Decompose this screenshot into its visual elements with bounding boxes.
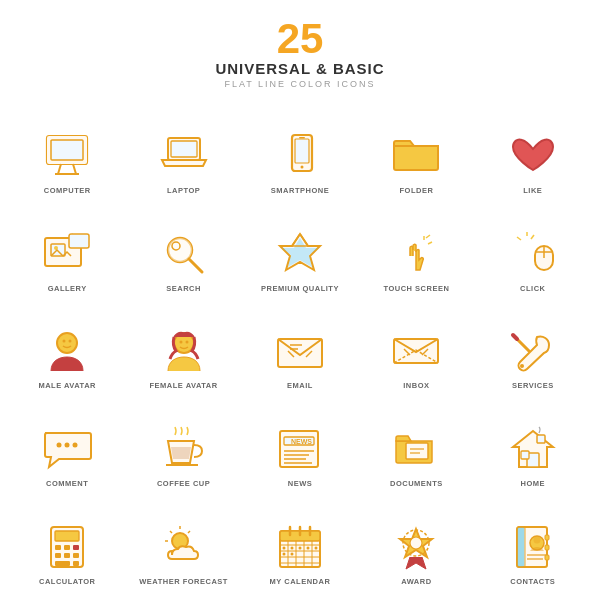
weather-icon bbox=[155, 521, 213, 573]
icon-touchscreen: TOUCH SCREEN bbox=[359, 201, 473, 297]
svg-line-82 bbox=[188, 531, 190, 533]
svg-rect-71 bbox=[55, 531, 79, 541]
svg-rect-63 bbox=[406, 443, 428, 459]
svg-point-103 bbox=[282, 553, 285, 556]
comment-icon bbox=[38, 423, 96, 475]
search-label: SEARCH bbox=[166, 284, 201, 293]
svg-rect-79 bbox=[73, 561, 79, 566]
icon-contacts: CONTACTS bbox=[476, 494, 590, 590]
svg-rect-68 bbox=[537, 435, 545, 443]
gallery-label: GALLERY bbox=[48, 284, 87, 293]
svg-rect-69 bbox=[521, 451, 529, 459]
svg-point-104 bbox=[290, 553, 293, 556]
svg-point-111 bbox=[533, 537, 540, 544]
svg-point-36 bbox=[63, 340, 66, 343]
calculator-label: CALCULATOR bbox=[39, 577, 95, 586]
laptop-icon bbox=[155, 130, 213, 182]
svg-line-3 bbox=[73, 164, 76, 174]
svg-rect-16 bbox=[69, 234, 89, 248]
svg-point-101 bbox=[306, 547, 309, 550]
svg-rect-74 bbox=[73, 545, 79, 550]
award-label: AWARD bbox=[401, 577, 431, 586]
icon-smartphone: SMARTPHONE bbox=[243, 103, 357, 199]
calendar-label: MY CALENDAR bbox=[270, 577, 331, 586]
svg-rect-115 bbox=[545, 545, 549, 550]
female-avatar-icon bbox=[155, 325, 213, 377]
svg-point-39 bbox=[179, 341, 182, 344]
icons-grid: COMPUTER LAPTOP bbox=[10, 103, 590, 590]
header-number: 25 bbox=[215, 18, 384, 60]
svg-rect-78 bbox=[55, 561, 70, 566]
female-avatar-label: FEMALE AVATAR bbox=[150, 381, 218, 390]
news-icon: NEWS bbox=[271, 423, 329, 475]
svg-rect-9 bbox=[295, 139, 309, 163]
svg-point-52 bbox=[57, 443, 62, 448]
svg-rect-72 bbox=[55, 545, 61, 550]
male-avatar-icon bbox=[38, 325, 96, 377]
inbox-icon bbox=[387, 325, 445, 377]
icon-calculator: CALCULATOR bbox=[10, 494, 124, 590]
svg-rect-114 bbox=[545, 535, 549, 540]
header: 25 UNIVERSAL & BASIC FLAT LINE COLOR ICO… bbox=[215, 18, 384, 89]
svg-point-107 bbox=[410, 537, 422, 549]
svg-point-98 bbox=[282, 547, 285, 550]
icon-calendar: MY CALENDAR bbox=[243, 494, 357, 590]
svg-point-99 bbox=[290, 547, 293, 550]
svg-line-33 bbox=[517, 237, 521, 240]
icon-search: SEARCH bbox=[126, 201, 240, 297]
svg-line-28 bbox=[426, 235, 430, 238]
folder-icon bbox=[387, 130, 445, 182]
comment-label: COMMENT bbox=[46, 479, 88, 488]
svg-rect-7 bbox=[171, 141, 197, 157]
laptop-label: LAPTOP bbox=[167, 186, 200, 195]
computer-icon bbox=[38, 130, 96, 182]
calendar-icon bbox=[271, 521, 329, 573]
header-title: UNIVERSAL & BASIC bbox=[215, 60, 384, 77]
home-label: HOME bbox=[521, 479, 546, 488]
folder-label: FOLDER bbox=[399, 186, 433, 195]
icon-services: SERVICES bbox=[476, 299, 590, 395]
award-icon bbox=[387, 521, 445, 573]
email-icon bbox=[271, 325, 329, 377]
svg-rect-109 bbox=[517, 527, 525, 567]
svg-rect-73 bbox=[64, 545, 70, 550]
computer-label: COMPUTER bbox=[44, 186, 91, 195]
svg-point-102 bbox=[314, 547, 317, 550]
male-avatar-label: MALE AVATAR bbox=[38, 381, 96, 390]
svg-line-83 bbox=[170, 531, 172, 533]
touchscreen-label: TOUCH SCREEN bbox=[383, 284, 449, 293]
weather-label: WEATHER FORECAST bbox=[139, 577, 228, 586]
icon-award: AWARD bbox=[359, 494, 473, 590]
svg-point-37 bbox=[69, 340, 72, 343]
icon-click: CLICK bbox=[476, 201, 590, 297]
icon-weather: WEATHER FORECAST bbox=[126, 494, 240, 590]
icon-male-avatar: MALE AVATAR bbox=[10, 299, 124, 395]
calculator-icon bbox=[38, 521, 96, 573]
svg-point-100 bbox=[298, 547, 301, 550]
contacts-icon bbox=[504, 521, 562, 573]
svg-line-51 bbox=[513, 335, 517, 339]
icon-documents: DOCUMENTS bbox=[359, 396, 473, 492]
coffee-label: COFFEE CUP bbox=[157, 479, 210, 488]
icon-email: EMAIL bbox=[243, 299, 357, 395]
icon-comment: COMMENT bbox=[10, 396, 124, 492]
click-label: CLICK bbox=[520, 284, 545, 293]
coffee-icon bbox=[155, 423, 213, 475]
svg-point-10 bbox=[300, 165, 303, 168]
like-icon bbox=[504, 130, 562, 182]
page: 25 UNIVERSAL & BASIC FLAT LINE COLOR ICO… bbox=[0, 0, 600, 600]
documents-label: DOCUMENTS bbox=[390, 479, 443, 488]
like-label: LIKE bbox=[523, 186, 542, 195]
search-icon bbox=[155, 228, 213, 280]
services-icon bbox=[504, 325, 562, 377]
svg-text:NEWS: NEWS bbox=[291, 438, 312, 445]
svg-line-34 bbox=[531, 235, 534, 239]
svg-rect-116 bbox=[545, 555, 549, 560]
home-icon bbox=[504, 423, 562, 475]
icon-computer: COMPUTER bbox=[10, 103, 124, 199]
documents-icon bbox=[387, 423, 445, 475]
smartphone-label: SMARTPHONE bbox=[271, 186, 329, 195]
icon-home: HOME bbox=[476, 396, 590, 492]
click-icon bbox=[504, 228, 562, 280]
svg-rect-75 bbox=[55, 553, 61, 558]
